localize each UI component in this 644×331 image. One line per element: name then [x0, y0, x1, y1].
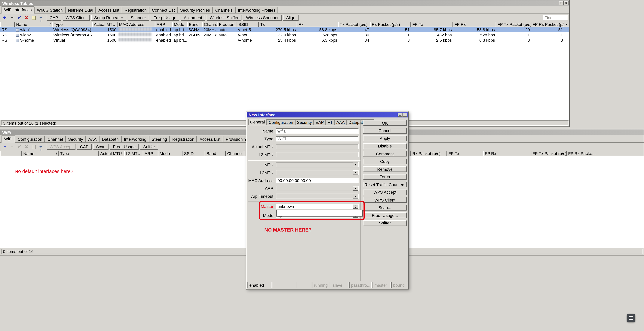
l2mtu-combo[interactable]: ▾	[276, 170, 358, 175]
toolbar-button-wireless-snooper[interactable]: Wireless Snooper	[243, 15, 282, 21]
toolbar-button-wireless-sniffer[interactable]: Wireless Sniffer	[207, 15, 242, 21]
enable-button[interactable]: ✔	[16, 14, 23, 21]
tab-steering[interactable]: Steering	[149, 136, 170, 142]
column-header-frequen[interactable]: Frequen...	[218, 22, 237, 27]
find-input[interactable]	[543, 15, 568, 20]
dialog-button-scan[interactable]: Scan...	[363, 205, 407, 210]
column-header-fp-tx[interactable]: FP Tx	[411, 22, 453, 27]
column-header-name[interactable]: Name/	[22, 151, 58, 156]
table-row-v-home[interactable]: RSv-homeVirtual1500enabledap bri...v-hom…	[0, 37, 569, 43]
column-header-name[interactable]: Name/	[15, 22, 52, 27]
column-header-rx-packet-p-s[interactable]: Rx Packet (p/s)	[370, 22, 411, 27]
tab-configuration[interactable]: Configuration	[266, 119, 295, 125]
column-header-item[interactable]	[0, 22, 15, 27]
maximize-button[interactable]: □	[559, 1, 564, 5]
mac-address-input[interactable]	[276, 178, 358, 183]
column-header-item[interactable]	[0, 151, 22, 156]
toolbar-button-freq-usage[interactable]: Freq. Usage	[110, 144, 139, 150]
column-header-arp[interactable]: ARP	[143, 151, 158, 156]
column-header-tx[interactable]: Tx	[259, 22, 297, 27]
column-header-actual-mtu[interactable]: Actual MTU	[92, 22, 118, 27]
tab-general[interactable]: General	[248, 119, 266, 125]
remove-button[interactable]: −	[9, 14, 16, 21]
toolbar-button-cap[interactable]: CAP	[46, 15, 61, 21]
tab-interworking[interactable]: Interworking	[121, 136, 149, 142]
dialog-button-apply[interactable]: Apply	[363, 135, 407, 141]
dialog-button-freq-usage[interactable]: Freq. Usage...	[363, 212, 407, 218]
dialog-button-wps-accept[interactable]: WPS Accept	[363, 189, 407, 195]
tab-security[interactable]: Security	[295, 119, 314, 125]
close-button[interactable]: ×	[402, 113, 408, 117]
tab-ft[interactable]: FT	[326, 119, 334, 125]
column-header-channel[interactable]: Channel ...	[226, 151, 244, 156]
column-header-chann[interactable]: Chann...	[202, 22, 218, 27]
column-header-type[interactable]: Type	[58, 151, 99, 156]
dropdown-arrow-icon[interactable]: ▾	[353, 162, 358, 167]
comment-button[interactable]	[30, 144, 37, 150]
tab-w60g-station[interactable]: W60G Station	[34, 7, 65, 13]
column-header-arp[interactable]: ARP	[155, 22, 172, 27]
column-header-tx-packet-p-s[interactable]: Tx Packet (p/s)	[338, 22, 370, 27]
tab-connect-list[interactable]: Connect List	[149, 7, 178, 13]
tab-interworking-profiles[interactable]: Interworking Profiles	[235, 7, 278, 13]
arp-timeout-combo[interactable]: ▾	[276, 194, 358, 199]
column-header-ssid[interactable]: SSID	[182, 151, 205, 156]
arp-combo[interactable]: ▾	[276, 186, 358, 191]
column-header-rx-packet-p-s[interactable]: Rx Packet (p/s)	[411, 151, 447, 156]
dialog-button-ok[interactable]: OK	[363, 120, 407, 126]
column-header-fp-rx[interactable]: FP Rx	[453, 22, 496, 27]
master-combo[interactable]: unknown ▴▾	[276, 204, 358, 209]
maximize-button[interactable]: □	[398, 113, 402, 117]
column-header-mac-address[interactable]: MAC Address	[118, 22, 155, 27]
updown-arrow-icon[interactable]: ▴▾	[353, 204, 358, 209]
tab-nstreme-dual[interactable]: Nstreme Dual	[65, 7, 96, 13]
column-header-fp-rx[interactable]: FP Rx	[483, 151, 531, 156]
tab-security-profiles[interactable]: Security Profiles	[178, 7, 212, 13]
toolbar-button-cap[interactable]: CAP	[77, 144, 92, 150]
column-header-actual-mtu[interactable]: Actual MTU	[99, 151, 124, 156]
toolbar-button-scan[interactable]: Scan	[93, 144, 108, 150]
dialog-button-copy[interactable]: Copy	[363, 159, 407, 164]
dialog-button-reset-traffic-counters[interactable]: Reset Traffic Counters	[363, 182, 407, 187]
tab-channels[interactable]: Channels	[212, 7, 235, 13]
tab-eap[interactable]: EAP	[314, 119, 326, 125]
column-header-band[interactable]: Band	[205, 151, 226, 156]
add-button[interactable]: +	[2, 144, 9, 150]
toolbar-button-wps-client[interactable]: WPS Client	[62, 15, 90, 21]
column-header-mode[interactable]: Mode	[172, 22, 188, 27]
tab-access-list[interactable]: Access List	[197, 136, 223, 142]
dialog-button-disable[interactable]: Disable	[363, 143, 407, 149]
tab-aaa[interactable]: AAA	[334, 119, 346, 125]
dialog-button-cancel[interactable]: Cancel	[363, 128, 407, 133]
disable-button[interactable]: ✘	[23, 14, 30, 21]
disable-button[interactable]: ✘	[23, 144, 30, 150]
mtu-combo[interactable]: ▾	[276, 162, 358, 167]
tab-wifi[interactable]: WiFi	[2, 135, 15, 142]
toolbar-button-align[interactable]: Align	[283, 15, 298, 21]
dialog-button-sniffer[interactable]: Sniffer	[363, 220, 407, 226]
column-header-fp-tx-packet-p-s[interactable]: FP Tx Packet (p/s)	[496, 22, 531, 27]
screen-capture-icon[interactable]	[627, 314, 635, 322]
column-header-type[interactable]: Type	[52, 22, 92, 27]
tab-security[interactable]: Security	[66, 136, 86, 142]
tab-channel[interactable]: Channel	[45, 136, 66, 142]
column-header-fp-rx-packe[interactable]: FP Rx Packe...	[567, 151, 644, 156]
dropdown-arrow-icon[interactable]: ▾	[353, 170, 358, 175]
tab-configuration[interactable]: Configuration	[15, 136, 45, 142]
toolbar-button-wps-accept[interactable]: WPS Accept	[46, 144, 76, 150]
dropdown-arrow-icon[interactable]: ▾	[353, 186, 358, 191]
column-header-fp-tx[interactable]: FP Tx	[447, 151, 483, 156]
toolbar-button-scanner[interactable]: Scanner	[128, 15, 149, 21]
column-header-fp-rx-packet-p-s[interactable]: FP Rx Packet (p/s)	[531, 22, 564, 27]
tab-registration[interactable]: Registration	[122, 7, 149, 13]
table-row-wlan1[interactable]: RSwlan1Wireless (QCA9984)1500enabledap b…	[0, 27, 569, 32]
column-header-rx[interactable]: Rx	[297, 22, 338, 27]
tab-wifi-interfaces[interactable]: WiFi Interfaces	[2, 6, 34, 13]
tab-aaa[interactable]: AAA	[86, 136, 99, 142]
toolbar-button-sniffer[interactable]: Sniffer	[140, 144, 158, 150]
add-button[interactable]: +▾	[2, 14, 9, 21]
dialog-button-torch[interactable]: Torch	[363, 174, 407, 180]
toolbar-button-alignment[interactable]: Alignment	[181, 15, 205, 21]
tab-datapath[interactable]: Datapath	[99, 136, 121, 142]
toolbar-button-freq-usage[interactable]: Freq. Usage	[150, 15, 179, 21]
